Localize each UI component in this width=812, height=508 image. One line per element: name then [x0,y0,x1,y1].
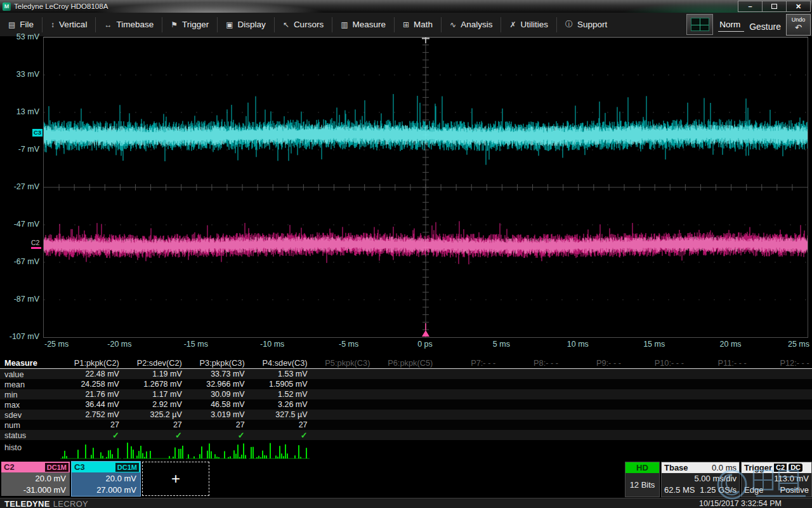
measure-col-header-p7[interactable]: P7:- - - [435,358,498,368]
channel-descriptor-c3[interactable]: C3DC1M20.0 mV27.000 mV [72,462,140,496]
menu-bar: ▤File↕Vertical↔Timebase⚑Trigger▣Display↖… [0,13,812,36]
measure-col-header-p2[interactable]: P2:sdev(C2) [122,358,185,368]
menu-item-label: Measure [352,20,386,29]
measure-value: 1.53 mV [247,370,310,378]
y-axis-label: 53 mV [4,32,39,42]
measure-row-max: max36.44 mV2.92 mV46.58 mV3.26 mV [0,399,812,410]
timebase-samples: 62.5 MS [664,485,695,496]
calculator-icon: ⊞ [403,20,409,29]
measure-col-header-p3[interactable]: P3:pkpk(C3) [185,358,247,368]
menu-item-cursors[interactable]: ↖Cursors [275,13,332,36]
menu-item-measure[interactable]: ▥Measure [332,13,394,36]
grid-mode-value[interactable]: Norm [718,20,744,32]
y-axis-label: -7 mV [4,144,39,154]
menu-item-label: Utilities [521,20,549,29]
y-axis-label: 13 mV [4,107,39,117]
gesture-button[interactable]: Gesture [749,22,781,32]
menu-item-display[interactable]: ▣Display [218,13,274,36]
menu-item-analysis[interactable]: ∿Analysis [442,13,501,36]
hd-mode-box[interactable]: HD 12 Bits [625,462,660,497]
menu-item-label: File [20,20,34,29]
menu-item-math[interactable]: ⊞Math [395,13,441,36]
histogram-sparkline-p1 [59,442,122,459]
channel-descriptor-c2[interactable]: C2DC1M20.0 mV-31.000 mV [1,462,70,496]
title-bar: M Teledyne LeCroy HDO8108A – ✕ [0,0,812,13]
window-title: Teledyne LeCroy HDO8108A [14,3,108,10]
histogram-sparkline-p2 [122,442,185,459]
measure-col-header-p8[interactable]: P8:- - - [498,358,561,368]
measure-row-label: min [0,390,59,399]
add-channel-button[interactable]: + [142,462,209,496]
trace-offset-badge-c3[interactable]: C3 [32,129,43,137]
trigger-time-marker[interactable] [422,330,429,337]
x-axis-label: 10 ms [567,340,589,349]
x-axis-label: -5 ms [339,340,358,349]
measure-value: 33.73 mV [185,370,247,378]
histogram-sparkline-p3 [185,442,248,459]
channel-header: C2DC1M [1,462,70,472]
app-logo-icon: M [3,3,11,11]
measure-col-header-p1[interactable]: P1:pkpk(C2) [59,358,122,368]
menu-item-support[interactable]: ⓘSupport [557,13,615,36]
timebase-rate: 1.25 GS/s [700,485,737,496]
y-axis-label: -87 mV [4,294,39,304]
measure-col-header-p4[interactable]: P4:sdev(C3) [247,358,310,368]
channel-scale: 20.0 mV [1,473,66,485]
menu-item-timebase[interactable]: ↔Timebase [96,13,162,36]
undo-button[interactable]: Undo ↶ [786,14,811,36]
x-axis-label: 5 ms [493,340,510,349]
measure-row-num: num27272727 [0,420,812,430]
measure-value: 1.52 mV [247,390,310,399]
measure-value: 2.752 mV [59,410,122,419]
measure-col-header-p12[interactable]: P12:- - - [749,358,812,368]
measure-value: 1.19 mV [122,370,185,378]
channel-name: C2 [1,462,15,472]
menu-item-utilities[interactable]: ✗Utilities [501,13,556,36]
pointer-icon: ↖ [283,20,289,29]
measure-col-header-p11[interactable]: P11:- - - [686,358,749,368]
flag-icon: ⚑ [171,20,178,29]
measure-row-sdev: sdev2.752 mV325.2 µV3.019 mV327.5 µV [0,410,812,420]
measure-status: ✓ [185,431,247,440]
measure-col-header-p10[interactable]: P10:- - - [624,358,686,368]
restore-button[interactable] [762,1,786,11]
trigger-box[interactable]: Trigger C2 DC 113.0 mV Edge Positive [741,462,812,497]
restore-icon [771,4,777,9]
tools-icon: ✗ [509,20,516,29]
measure-value: 27 [59,420,122,429]
measure-col-header-p9[interactable]: P9:- - - [561,358,624,368]
menu-item-label: Trigger [182,20,209,29]
measure-value: 21.76 mV [59,390,122,399]
measure-row-status: status✓✓✓✓ [0,430,812,440]
datetime-display: 10/15/2017 3:32:54 PM [699,499,782,508]
measure-value: 1.5905 mV [247,380,310,389]
timebase-per-div: 5.00 ms/div [695,473,737,485]
close-button[interactable]: ✕ [786,1,810,11]
timebase-box[interactable]: Tbase 0.0 ms 5.00 ms/div 62.5 MS 1.25 GS… [661,462,740,497]
grid-mode-button[interactable] [686,14,713,35]
measure-row-label: status [0,431,59,440]
coupling-badge: DC1M [115,463,139,472]
info-icon: ⓘ [565,19,573,30]
measure-value: 22.48 mV [59,370,122,378]
graticule[interactable] [43,37,808,338]
grid-icon [691,18,709,31]
measure-col-header-p6[interactable]: P6:pkpk(C5) [372,358,435,368]
menu-item-trigger[interactable]: ⚑Trigger [162,13,217,36]
menu-item-label: Vertical [59,20,87,29]
x-axis-label: 25 ms [788,340,809,349]
waveform-area[interactable]: 53 mV33 mV13 mV-7 mV-27 mV-47 mV-67 mV-8… [0,36,812,356]
measure-title: Measure [0,358,59,368]
coupling-badge: DC1M [45,463,69,472]
y-axis-label: -27 mV [4,182,39,192]
timebase-delay: 0.0 ms [712,463,737,472]
measure-value: 327.5 µV [247,410,310,419]
measure-value: 46.58 mV [185,400,247,409]
measure-col-header-p5[interactable]: P5:pkpk(C3) [310,358,373,368]
menu-item-label: Display [238,20,266,29]
menu-item-vertical[interactable]: ↕Vertical [43,13,95,36]
measure-value: 1.17 mV [122,390,185,399]
trace-offset-badge-c2[interactable]: C2 [31,239,41,249]
status-ok-icon: ✓ [112,431,119,440]
minimize-button[interactable]: – [738,1,762,11]
